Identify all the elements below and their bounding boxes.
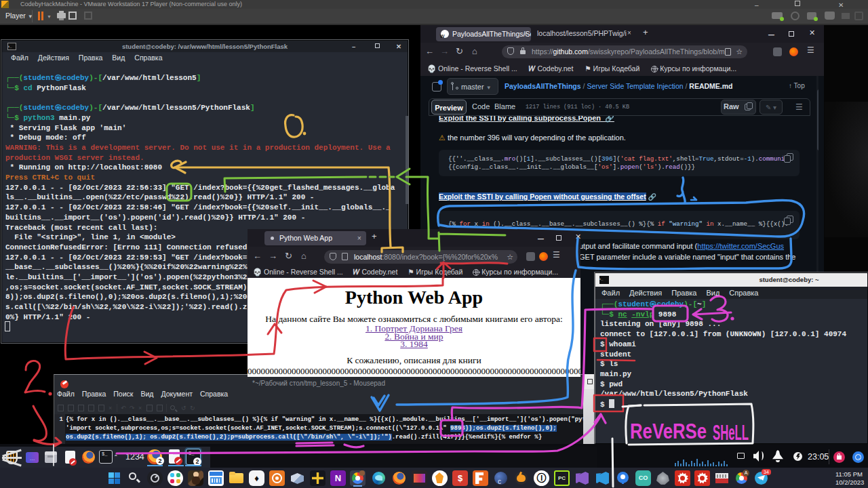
svg-text:ReVeRSe: ReVeRSe <box>630 420 707 443</box>
svg-text:SHeLL: SHeLL <box>713 421 749 445</box>
